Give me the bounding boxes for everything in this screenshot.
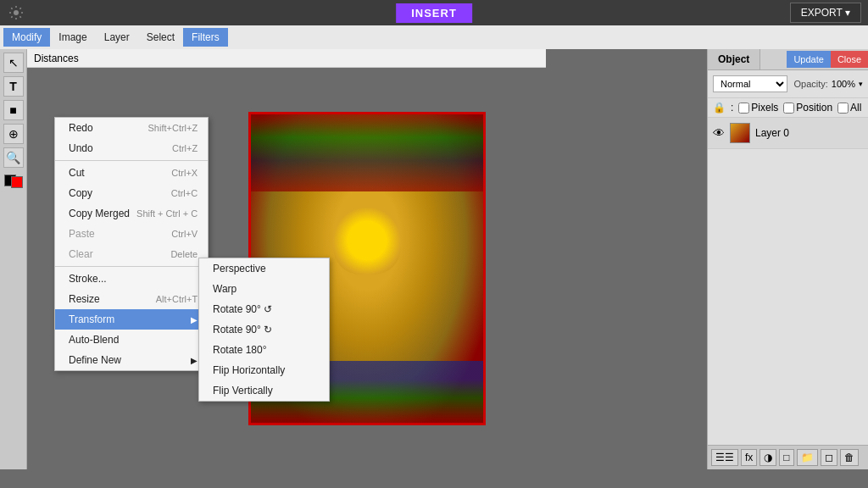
layer-thumbnail bbox=[730, 123, 750, 143]
pixels-label: Pixels bbox=[751, 102, 778, 114]
menu-clear: Clear Delete bbox=[55, 244, 208, 264]
menu-transform[interactable]: Transform ▶ bbox=[55, 309, 208, 330]
right-panel: Object Update Close Normal Opacity: 100%… bbox=[707, 49, 868, 469]
panel-header: Object Update Close bbox=[708, 49, 868, 70]
left-toolbar: ↖ T ■ ⊕ 🔍 bbox=[0, 49, 27, 469]
panel-tool-link[interactable]: ☰☰ bbox=[711, 449, 738, 466]
menu-copy-merged[interactable]: Copy Merged Shift + Ctrl + C bbox=[55, 203, 208, 224]
tool-pointer[interactable]: ↖ bbox=[3, 53, 24, 73]
tool-zoom[interactable]: 🔍 bbox=[3, 147, 24, 168]
topbar-right: EXPORT ▾ bbox=[790, 3, 861, 23]
separator-1 bbox=[55, 160, 208, 161]
breadcrumb-text: Distances bbox=[34, 53, 79, 64]
background-color[interactable] bbox=[11, 176, 23, 188]
topbar-center: INSERT bbox=[396, 3, 472, 23]
opacity-dropdown-arrow[interactable]: ▾ bbox=[859, 80, 863, 88]
tool-stamp[interactable]: ⊕ bbox=[3, 124, 24, 144]
submenu-flip-v[interactable]: Flip Vertically bbox=[199, 380, 329, 401]
menu-item-filters[interactable]: Filters bbox=[183, 28, 228, 47]
all-checkbox[interactable] bbox=[837, 103, 849, 114]
menu-copy[interactable]: Copy Ctrl+C bbox=[55, 183, 208, 203]
menu-define-new[interactable]: Define New ▶ bbox=[55, 350, 208, 370]
svg-point-0 bbox=[14, 10, 19, 15]
opacity-label: Opacity: bbox=[794, 79, 828, 89]
topbar-left bbox=[7, 3, 25, 22]
submenu-perspective[interactable]: Perspective bbox=[199, 258, 329, 279]
lock-icon[interactable]: 🔒 bbox=[713, 102, 726, 114]
main-area: ↖ T ■ ⊕ 🔍 Distances Redo Shift+Ctrl+Z Un… bbox=[0, 49, 868, 469]
menu-item-modify[interactable]: Modify bbox=[3, 28, 50, 47]
menu-undo[interactable]: Undo Ctrl+Z bbox=[55, 138, 208, 158]
submenu-rotate-90-ccw[interactable]: Rotate 90° ↺ bbox=[199, 299, 329, 319]
lock-row: 🔒 : Pixels Position All bbox=[708, 98, 868, 118]
thangka-top bbox=[251, 114, 483, 191]
menu-redo[interactable]: Redo Shift+Ctrl+Z bbox=[55, 118, 208, 138]
submenu-rotate-180[interactable]: Rotate 180° bbox=[199, 340, 329, 360]
submenu-arrow: ▶ bbox=[191, 315, 198, 324]
menu-auto-blend[interactable]: Auto-Blend bbox=[55, 330, 208, 350]
menubar: Modify Image Layer Select Filters bbox=[0, 25, 868, 49]
pixels-checkbox-label[interactable]: Pixels bbox=[738, 102, 778, 114]
transform-submenu: Perspective Warp Rotate 90° ↺ Rotate 90°… bbox=[198, 258, 330, 402]
menu-resize[interactable]: Resize Alt+Ctrl+T bbox=[55, 289, 208, 309]
tool-shape[interactable]: ■ bbox=[3, 100, 24, 120]
panel-tool-folder[interactable]: 📁 bbox=[797, 449, 818, 466]
layer-name[interactable]: Layer 0 bbox=[755, 127, 789, 139]
define-new-arrow: ▶ bbox=[191, 356, 198, 365]
thangka-figure bbox=[333, 207, 401, 274]
blend-mode-select[interactable]: Normal bbox=[713, 75, 787, 92]
opacity-value: 100% bbox=[832, 79, 855, 89]
blend-mode-row: Normal Opacity: 100% ▾ bbox=[708, 70, 868, 98]
insert-button[interactable]: INSERT bbox=[396, 3, 472, 23]
pixels-checkbox[interactable] bbox=[738, 103, 749, 114]
gear-icon[interactable] bbox=[7, 3, 25, 22]
canvas-area: Distances Redo Shift+Ctrl+Z Undo Ctrl+Z … bbox=[27, 49, 707, 469]
panel-tool-adj[interactable]: ◻ bbox=[821, 449, 837, 466]
panel-tab-object[interactable]: Object bbox=[708, 49, 760, 69]
menu-item-image[interactable]: Image bbox=[50, 28, 95, 47]
menu-paste: Paste Ctrl+V bbox=[55, 224, 208, 244]
panel-tool-delete[interactable]: 🗑 bbox=[840, 449, 859, 466]
topbar: INSERT EXPORT ▾ bbox=[0, 0, 868, 25]
panel-tool-mask[interactable]: ◑ bbox=[760, 449, 776, 466]
submenu-rotate-90-cw[interactable]: Rotate 90° ↻ bbox=[199, 319, 329, 340]
all-checkbox-label[interactable]: All bbox=[837, 102, 861, 114]
breadcrumb: Distances bbox=[27, 49, 546, 68]
all-label: All bbox=[850, 102, 861, 114]
color-swatch[interactable] bbox=[4, 175, 23, 188]
menu-item-select[interactable]: Select bbox=[138, 28, 183, 47]
layer-row: 👁 Layer 0 bbox=[708, 118, 868, 149]
menu-stroke[interactable]: Stroke... bbox=[55, 269, 208, 289]
panel-bottom-toolbar: ☰☰ fx ◑ □ 📁 ◻ 🗑 bbox=[708, 445, 868, 469]
panel-update-button[interactable]: Update bbox=[787, 51, 830, 68]
separator-2 bbox=[55, 266, 208, 267]
panel-tool-fx[interactable]: fx bbox=[741, 449, 757, 466]
export-button[interactable]: EXPORT ▾ bbox=[790, 3, 861, 23]
menu-cut[interactable]: Cut Ctrl+X bbox=[55, 163, 208, 183]
menu-item-layer[interactable]: Layer bbox=[96, 28, 138, 47]
eye-visibility-icon[interactable]: 👁 bbox=[713, 126, 725, 140]
panel-tool-new-layer[interactable]: □ bbox=[779, 449, 793, 466]
tool-text[interactable]: T bbox=[3, 76, 24, 97]
position-checkbox[interactable] bbox=[783, 103, 794, 114]
position-label: Position bbox=[796, 102, 832, 114]
modify-dropdown: Redo Shift+Ctrl+Z Undo Ctrl+Z Cut Ctrl+X… bbox=[54, 117, 209, 371]
lock-separator: : bbox=[731, 102, 733, 114]
position-checkbox-label[interactable]: Position bbox=[783, 102, 832, 114]
submenu-flip-h[interactable]: Flip Horizontally bbox=[199, 360, 329, 380]
panel-close-button[interactable]: Close bbox=[831, 51, 868, 68]
submenu-warp[interactable]: Warp bbox=[199, 279, 329, 299]
